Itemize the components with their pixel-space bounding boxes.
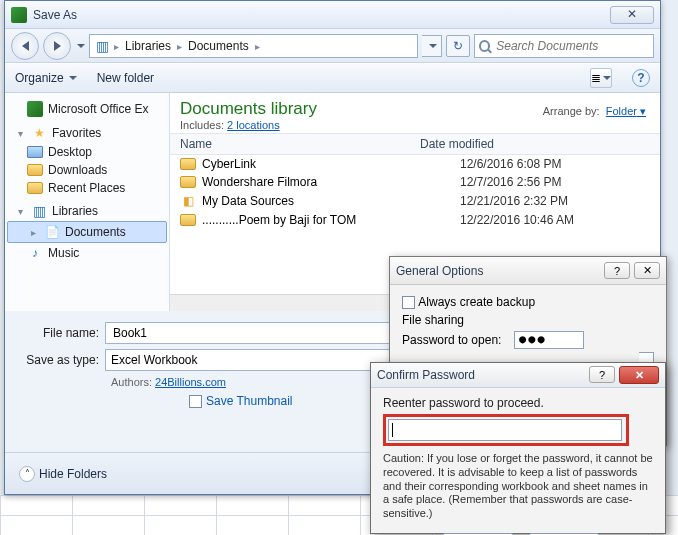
- expand-icon[interactable]: ▸: [28, 227, 39, 238]
- crumb-documents[interactable]: Documents: [186, 39, 251, 53]
- music-icon: ♪: [27, 245, 43, 261]
- search-box[interactable]: [474, 34, 654, 58]
- pw-open-input[interactable]: ●●●: [514, 331, 584, 349]
- includes-label: Includes:: [180, 119, 224, 131]
- libraries-icon: ▥: [31, 203, 47, 219]
- file-date: 12/7/2016 2:56 PM: [460, 175, 650, 189]
- prompt-label: Reenter password to proceed.: [383, 396, 653, 410]
- table-row[interactable]: Wondershare Filmora12/7/2016 2:56 PM: [170, 173, 660, 191]
- excel-icon: [11, 7, 27, 23]
- libraries-icon: ▥: [94, 38, 110, 54]
- filename-label: File name:: [19, 326, 105, 340]
- hide-folders-button[interactable]: ˄Hide Folders: [19, 466, 107, 482]
- includes-link[interactable]: 2 locations: [227, 119, 280, 131]
- address-bar-row: ▥ Libraries Documents ↻: [5, 29, 660, 63]
- titlebar[interactable]: General Options ? ✕: [390, 257, 666, 285]
- password-input[interactable]: [388, 419, 622, 441]
- chevron-up-icon: ˄: [19, 466, 35, 482]
- new-folder-button[interactable]: New folder: [97, 71, 154, 85]
- file-sharing-label: File sharing: [402, 313, 654, 327]
- toolbar: Organize New folder ≣ ?: [5, 63, 660, 93]
- close-button[interactable]: ✕: [619, 366, 659, 384]
- confirm-password-dialog: Confirm Password ? ✕ Reenter password to…: [370, 362, 666, 534]
- breadcrumb[interactable]: ▥ Libraries Documents: [89, 34, 418, 58]
- pw-open-label: Password to open:: [402, 333, 514, 347]
- folder-icon: [27, 182, 43, 194]
- address-dropdown[interactable]: [422, 35, 442, 57]
- table-row[interactable]: ...........Poem by Baji for TOM12/22/201…: [170, 211, 660, 229]
- close-button[interactable]: ✕: [610, 6, 654, 24]
- file-name: My Data Sources: [202, 194, 294, 208]
- window-title: Save As: [33, 8, 610, 22]
- sidebar: Microsoft Office Ex ▾★Favorites Desktop …: [5, 93, 170, 311]
- data-source-icon: ◧: [180, 193, 196, 209]
- checkbox-icon: [189, 395, 202, 408]
- sidebar-ms-office[interactable]: Microsoft Office Ex: [7, 99, 167, 119]
- sidebar-music[interactable]: ♪Music: [7, 243, 167, 263]
- crumb-libraries[interactable]: Libraries: [123, 39, 173, 53]
- collapse-icon[interactable]: ▾: [15, 206, 26, 217]
- col-name[interactable]: Name: [180, 137, 420, 151]
- password-highlight: [383, 414, 629, 446]
- file-date: 12/21/2016 2:32 PM: [460, 194, 650, 208]
- documents-icon: 📄: [44, 224, 60, 240]
- titlebar[interactable]: Confirm Password ? ✕: [371, 363, 665, 388]
- collapse-icon[interactable]: ▾: [15, 128, 26, 139]
- sidebar-favorites[interactable]: ▾★Favorites: [7, 123, 167, 143]
- view-button[interactable]: ≣: [590, 68, 612, 88]
- checkbox-icon: [402, 296, 415, 309]
- table-row[interactable]: CyberLink12/6/2016 6:08 PM: [170, 155, 660, 173]
- search-icon: [479, 40, 490, 52]
- sidebar-recent[interactable]: Recent Places: [7, 179, 167, 197]
- file-name: CyberLink: [202, 157, 256, 171]
- col-date[interactable]: Date modified: [420, 137, 650, 151]
- dialog-title: Confirm Password: [377, 368, 589, 382]
- back-button[interactable]: [11, 32, 39, 60]
- dialog-title: General Options: [396, 264, 604, 278]
- folder-icon: [180, 176, 196, 188]
- desktop-icon: [27, 146, 43, 158]
- sidebar-libraries[interactable]: ▾▥Libraries: [7, 201, 167, 221]
- sidebar-documents[interactable]: ▸📄Documents: [7, 221, 167, 243]
- file-date: 12/6/2016 6:08 PM: [460, 157, 650, 171]
- file-name: Wondershare Filmora: [202, 175, 317, 189]
- folder-icon: [180, 214, 196, 226]
- savetype-label: Save as type:: [19, 353, 105, 367]
- help-button[interactable]: ?: [632, 69, 650, 87]
- sidebar-desktop[interactable]: Desktop: [7, 143, 167, 161]
- history-dropdown-icon[interactable]: [77, 44, 85, 48]
- refresh-button[interactable]: ↻: [446, 35, 470, 57]
- arrange-label: Arrange by:: [543, 105, 600, 117]
- table-row[interactable]: ◧My Data Sources12/21/2016 2:32 PM: [170, 191, 660, 211]
- star-icon: ★: [31, 125, 47, 141]
- file-date: 12/22/2016 10:46 AM: [460, 213, 650, 227]
- arrange-dropdown[interactable]: Folder ▾: [606, 105, 646, 117]
- caution-text: Caution: If you lose or forget the passw…: [383, 452, 653, 521]
- titlebar[interactable]: Save As ✕: [5, 1, 660, 29]
- forward-button[interactable]: [43, 32, 71, 60]
- folder-icon: [180, 158, 196, 170]
- sidebar-downloads[interactable]: Downloads: [7, 161, 167, 179]
- column-headers[interactable]: Name Date modified: [170, 133, 660, 155]
- excel-icon: [27, 101, 43, 117]
- organize-button[interactable]: Organize: [15, 71, 77, 85]
- search-input[interactable]: [494, 38, 649, 54]
- folder-icon: [27, 164, 43, 176]
- authors-link[interactable]: 24Billions.com: [155, 376, 226, 388]
- help-button[interactable]: ?: [604, 262, 630, 279]
- always-backup-checkbox[interactable]: Always create backup: [402, 295, 654, 309]
- help-button[interactable]: ?: [589, 366, 615, 383]
- authors-label: Authors:: [111, 376, 152, 388]
- file-name: ...........Poem by Baji for TOM: [202, 213, 356, 227]
- close-button[interactable]: ✕: [634, 262, 660, 279]
